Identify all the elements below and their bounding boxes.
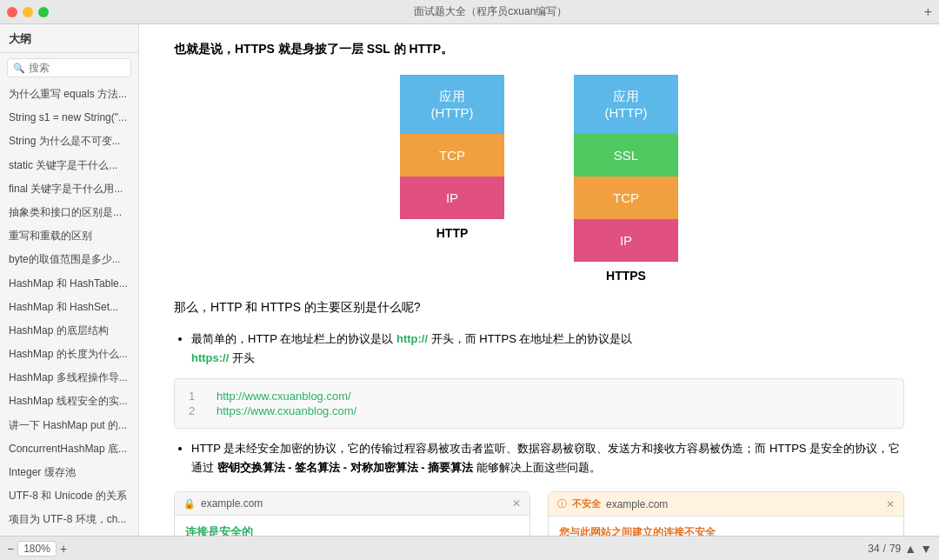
bullet2-end: 能够解决上面这些问题。 bbox=[473, 461, 601, 474]
page-next-button[interactable]: ▼ bbox=[920, 542, 932, 556]
code-url-2: https://www.cxuanblog.com/ bbox=[216, 404, 356, 417]
secure-box: 🔒 example.com ✕ 连接是安全的 您发送给这个网站的信息（例如密码或… bbox=[174, 491, 530, 536]
https-ip-block: IP bbox=[574, 219, 678, 262]
sidebar-item-item-12[interactable]: HashMap 的长度为什么... bbox=[0, 343, 138, 366]
content-area[interactable]: 也就是说，HTTPS 就是身披了一层 SSL 的 HTTP。 应用(HTTP) … bbox=[139, 24, 939, 536]
intro-text: 也就是说，HTTPS 就是身披了一层 SSL 的 HTTP。 bbox=[174, 42, 904, 57]
https-tcp-block: TCP bbox=[574, 177, 678, 219]
zoom-in-button[interactable]: + bbox=[60, 542, 67, 556]
secure-url: example.com bbox=[201, 497, 263, 510]
bullet1-http: http:// bbox=[396, 332, 428, 345]
question-text: 那么，HTTP 和 HTTPS 的主要区别是什么呢? bbox=[174, 300, 904, 316]
protocol-diagram: 应用(HTTP) TCP IP HTTP 应用(HTTP) SSL TCP IP… bbox=[174, 75, 904, 283]
bullet1-part1: 最简单的，HTTP 在地址栏上的协议是以 bbox=[191, 332, 396, 345]
bullet-list-2: HTTP 是未经安全加密的协议，它的传输过程容易被攻击者监听、数据容易被窃取、发… bbox=[191, 439, 904, 477]
intro-bold: 也就是说，HTTPS 就是身披了一层 SSL 的 HTTP。 bbox=[174, 42, 453, 56]
sidebar-item-item-7[interactable]: 重写和重载的区别 bbox=[0, 224, 138, 248]
zoom-control: − 180% + bbox=[7, 541, 67, 557]
https-app-block: 应用(HTTP) bbox=[574, 75, 678, 134]
insecure-url: example.com bbox=[606, 498, 668, 510]
zoom-out-button[interactable]: − bbox=[7, 542, 14, 556]
secure-close-icon[interactable]: ✕ bbox=[512, 497, 521, 510]
sidebar-item-item-11[interactable]: HashMap 的底层结构 bbox=[0, 319, 138, 343]
page-info: 34 / 79 ▲ ▼ bbox=[868, 542, 932, 556]
https-blocks: 应用(HTTP) SSL TCP IP bbox=[574, 75, 678, 262]
https-ssl-block: SSL bbox=[574, 134, 678, 177]
http-ip-block: IP bbox=[400, 177, 504, 219]
lock-icon: 🔒 bbox=[183, 498, 196, 510]
sidebar-item-item-8[interactable]: byte的取值范围是多少... bbox=[0, 248, 138, 271]
line-num-1: 1 bbox=[189, 390, 203, 403]
bullet-item-2: HTTP 是未经安全加密的协议，它的传输过程容易被攻击者监听、数据容易被窃取、发… bbox=[191, 439, 904, 477]
https-stack: 应用(HTTP) SSL TCP IP HTTPS bbox=[574, 75, 678, 283]
sidebar-item-item-3[interactable]: String 为什么是不可变... bbox=[0, 130, 138, 153]
sidebar-item-item-2[interactable]: String s1 = new String("... bbox=[0, 106, 138, 130]
security-examples: 🔒 example.com ✕ 连接是安全的 您发送给这个网站的信息（例如密码或… bbox=[174, 491, 904, 536]
sidebar-items-list: 为什么重写 equals 方法...String s1 = new String… bbox=[0, 83, 138, 536]
http-label: HTTP bbox=[436, 226, 469, 240]
bullet1-part3: 开头 bbox=[229, 351, 255, 364]
line-num-2: 2 bbox=[189, 404, 203, 417]
page-separator: / bbox=[883, 543, 886, 555]
zoom-value[interactable]: 180% bbox=[17, 541, 57, 557]
page-total: 79 bbox=[889, 543, 901, 555]
bullet1-https: https:// bbox=[191, 351, 229, 364]
code-url-1: http://www.cxuanblog.com/ bbox=[216, 390, 351, 403]
titlebar: 面试题大全（程序员cxuan编写） + bbox=[0, 0, 939, 24]
sidebar-item-item-14[interactable]: HashMap 线程安全的实... bbox=[0, 390, 138, 413]
sidebar-item-item-15[interactable]: 讲一下 HashMap put 的... bbox=[0, 414, 138, 437]
sidebar-item-item-5[interactable]: final 关键字是干什么用... bbox=[0, 177, 138, 201]
insecure-icon: ⓘ bbox=[557, 497, 567, 510]
sidebar-item-item-4[interactable]: static 关键字是干什么... bbox=[0, 154, 138, 177]
search-icon: 🔍 bbox=[13, 63, 25, 74]
secure-body: 连接是安全的 您发送给这个网站的信息（例如密码或信用卡号）不会外泄。 了解详情 bbox=[175, 516, 529, 536]
sidebar-item-item-16[interactable]: ConcurrentHashMap 底... bbox=[0, 437, 138, 461]
insecure-close-icon[interactable]: ✕ bbox=[886, 498, 895, 510]
sidebar-item-item-10[interactable]: HashMap 和 HashSet... bbox=[0, 296, 138, 319]
bullet-list: 最简单的，HTTP 在地址栏上的协议是以 http:// 开头，而 HTTPS … bbox=[191, 330, 904, 368]
search-input[interactable] bbox=[29, 62, 125, 74]
insecure-header: ⓘ 不安全 example.com ✕ bbox=[549, 492, 903, 517]
maximize-button[interactable] bbox=[38, 7, 49, 17]
code-line-1: 1 http://www.cxuanblog.com/ bbox=[189, 390, 889, 403]
http-tcp-block: TCP bbox=[400, 134, 504, 177]
bullet2-bold: 密钥交换算法 - 签名算法 - 对称加密算法 - 摘要算法 bbox=[217, 461, 474, 474]
sidebar: 大纲 🔍 为什么重写 equals 方法...String s1 = new S… bbox=[0, 24, 139, 536]
minimize-button[interactable] bbox=[23, 7, 33, 17]
close-button[interactable] bbox=[7, 7, 17, 17]
bullet-item-1: 最简单的，HTTP 在地址栏上的协议是以 http:// 开头，而 HTTPS … bbox=[191, 330, 904, 368]
main-layout: 大纲 🔍 为什么重写 equals 方法...String s1 = new S… bbox=[0, 24, 939, 536]
sidebar-item-item-1[interactable]: 为什么重写 equals 方法... bbox=[0, 83, 138, 106]
sidebar-item-item-6[interactable]: 抽象类和接口的区别是... bbox=[0, 201, 138, 224]
secure-label: 连接是安全的 bbox=[185, 524, 519, 536]
bullet1-part2: 开头，而 HTTPS 在地址栏上的协议是以 bbox=[428, 332, 632, 345]
page-current: 34 bbox=[868, 543, 879, 555]
insecure-box: ⓘ 不安全 example.com ✕ 您与此网站之间建立的连接不安全 请勿在此… bbox=[548, 491, 904, 536]
code-line-2: 2 https://www.cxuanblog.com/ bbox=[189, 404, 889, 417]
sidebar-item-item-19[interactable]: 项目为 UTF-8 环境，ch... bbox=[0, 508, 138, 531]
insecure-body: 您与此网站之间建立的连接不安全 请勿在此网站上输入任何敏感信息（例如密码或信用卡… bbox=[549, 517, 903, 536]
sidebar-item-item-18[interactable]: UTF-8 和 Unicode 的关系 bbox=[0, 484, 138, 508]
code-block: 1 http://www.cxuanblog.com/ 2 https://ww… bbox=[174, 378, 904, 429]
window-controls bbox=[7, 7, 49, 17]
add-tab-button[interactable]: + bbox=[924, 5, 932, 19]
bottom-bar: − 180% + 34 / 79 ▲ ▼ bbox=[0, 536, 939, 560]
secure-header: 🔒 example.com ✕ bbox=[175, 492, 529, 516]
sidebar-header: 大纲 bbox=[0, 24, 138, 53]
page-prev-button[interactable]: ▲ bbox=[904, 542, 916, 556]
http-app-block: 应用(HTTP) bbox=[400, 75, 504, 134]
https-label: HTTPS bbox=[606, 269, 646, 283]
search-box[interactable]: 🔍 bbox=[7, 58, 131, 77]
window-title: 面试题大全（程序员cxuan编写） bbox=[57, 4, 924, 19]
sidebar-item-item-17[interactable]: Integer 缓存池 bbox=[0, 461, 138, 484]
insecure-label: 您与此网站之间建立的连接不安全 bbox=[559, 525, 893, 536]
http-stack: 应用(HTTP) TCP IP HTTP bbox=[400, 75, 504, 283]
http-blocks: 应用(HTTP) TCP IP bbox=[400, 75, 504, 219]
sidebar-item-item-13[interactable]: HashMap 多线程操作导... bbox=[0, 366, 138, 390]
insecure-badge: 不安全 bbox=[572, 497, 601, 510]
sidebar-item-item-9[interactable]: HashMap 和 HashTable... bbox=[0, 272, 138, 296]
